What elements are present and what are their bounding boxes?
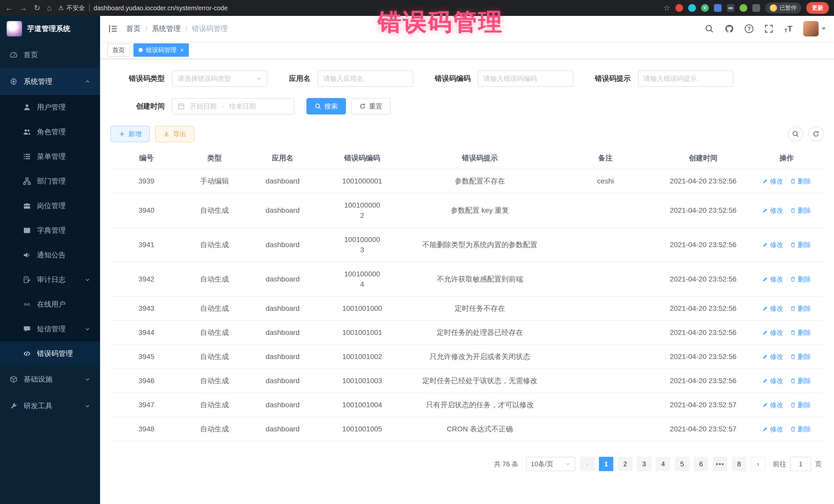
sidebar-submenu-system: 用户管理 角色管理 菜单管理 部门管理 <box>0 95 100 366</box>
edit-link[interactable]: 修改 <box>762 400 783 410</box>
sidebar-item-home[interactable]: 首页 <box>0 42 100 68</box>
breadcrumb-system[interactable]: 系统管理 <box>152 24 181 34</box>
sidebar-item-menus[interactable]: 菜单管理 <box>0 144 100 169</box>
sidebar-item-posts[interactable]: 岗位管理 <box>0 194 100 218</box>
goto-page-input[interactable] <box>790 457 811 471</box>
reset-button[interactable]: 重置 <box>351 98 391 114</box>
page-button-2[interactable]: 2 <box>618 457 632 471</box>
edit-link[interactable]: 修改 <box>762 274 783 284</box>
edit-link[interactable]: 修改 <box>762 176 783 186</box>
paused-badge[interactable]: 已暂停 <box>765 3 801 13</box>
browser-home-icon[interactable]: ⌂ <box>47 4 51 12</box>
page-button-6[interactable]: 6 <box>694 457 708 471</box>
search-button-label: 搜索 <box>324 102 338 111</box>
screen: ← → ↻ ⌂ ⚠ 不安全 dashboard.yudao.iocoder.cn… <box>0 0 834 504</box>
edit-link[interactable]: 修改 <box>762 376 783 386</box>
date-separator: - <box>222 103 224 110</box>
extension-red-icon[interactable] <box>675 4 683 12</box>
search-icon[interactable] <box>705 24 714 34</box>
extensions-puzzle-icon[interactable] <box>752 4 760 12</box>
edit-link[interactable]: 修改 <box>762 327 783 338</box>
error-message-input[interactable] <box>638 70 733 87</box>
delete-link[interactable]: 删除 <box>790 303 811 313</box>
edit-link[interactable]: 修改 <box>762 303 783 313</box>
next-page-button[interactable]: › <box>751 457 765 471</box>
sidebar-item-error-codes[interactable]: 错误码管理 <box>0 341 100 366</box>
page-size-select[interactable]: 10条/页 <box>526 457 575 471</box>
date-start-placeholder: 开始日期 <box>190 102 217 111</box>
delete-link[interactable]: 删除 <box>790 240 811 250</box>
delete-link[interactable]: 删除 <box>790 400 811 410</box>
sidebar-item-departments[interactable]: 部门管理 <box>0 169 100 194</box>
sidebar-logo[interactable]: 芋道管理系统 <box>0 16 100 42</box>
github-icon[interactable] <box>725 24 734 34</box>
tab-error-codes[interactable]: 错误码管理 × <box>133 43 189 57</box>
address-bar[interactable]: ⚠ 不安全 dashboard.yudao.iocoder.cn/system/… <box>58 4 657 12</box>
sidebar-item-audit-log[interactable]: 审计日志 <box>0 267 100 292</box>
browser-back-icon[interactable]: ← <box>5 4 13 12</box>
page-button-4[interactable]: 4 <box>656 457 670 471</box>
edit-link[interactable]: 修改 <box>762 205 783 216</box>
extension-grid-icon[interactable] <box>714 4 722 12</box>
edit-link[interactable]: 修改 <box>762 352 783 362</box>
breadcrumb-home[interactable]: 首页 <box>126 24 140 34</box>
show-search-button[interactable] <box>788 126 803 141</box>
add-button[interactable]: 新增 <box>110 126 150 142</box>
delete-link[interactable]: 删除 <box>790 176 811 186</box>
help-icon[interactable]: ? <box>745 24 753 33</box>
refresh-button[interactable] <box>808 126 824 141</box>
delete-link[interactable]: 删除 <box>790 352 811 362</box>
delete-label: 删除 <box>797 303 811 313</box>
extension-teal-icon[interactable] <box>688 4 696 12</box>
extension-onetab-icon[interactable]: on <box>727 4 734 12</box>
browser-forward-icon[interactable]: → <box>20 4 27 12</box>
export-button[interactable]: 导出 <box>155 126 195 142</box>
sidebar-item-roles[interactable]: 角色管理 <box>0 119 100 144</box>
sidebar-item-users[interactable]: 用户管理 <box>0 95 100 119</box>
browser-update-button[interactable]: 更新 <box>806 2 829 14</box>
sidebar-item-dev-tools[interactable]: 研发工具 <box>0 393 100 419</box>
browser-reload-icon[interactable]: ↻ <box>34 4 40 12</box>
page-button-8[interactable]: 8 <box>732 457 746 471</box>
hamburger-icon[interactable] <box>108 24 118 34</box>
delete-label: 删除 <box>797 376 811 386</box>
date-range-picker[interactable]: 开始日期 - 结束日期 <box>172 98 294 114</box>
error-type-select[interactable]: 请选择错误码类型 <box>172 70 267 87</box>
cell-remark <box>554 350 657 364</box>
sidebar-item-infrastructure[interactable]: 基础设施 <box>0 366 100 393</box>
error-code-input[interactable] <box>478 70 573 87</box>
sidebar-item-notices[interactable]: 通知公告 <box>0 243 100 267</box>
fullscreen-icon[interactable] <box>764 24 773 34</box>
font-size-icon[interactable]: TT <box>784 24 792 34</box>
extension-green-icon[interactable] <box>740 4 747 12</box>
edit-label: 修改 <box>770 400 783 410</box>
cell-message: CRON 表达式不正确 <box>406 417 554 441</box>
app-name-input[interactable] <box>318 70 413 87</box>
bookmark-star-icon[interactable]: ☆ <box>663 4 670 12</box>
code-icon <box>23 350 31 357</box>
sidebar-item-sms[interactable]: 短信管理 <box>0 317 100 341</box>
sidebar-item-dictionary[interactable]: 字典管理 <box>0 218 100 243</box>
vue-devtools-icon[interactable]: V <box>701 4 709 12</box>
sidebar-item-online-users[interactable]: 在线用户 <box>0 292 100 317</box>
edit-link[interactable]: 修改 <box>762 424 783 434</box>
delete-link[interactable]: 删除 <box>790 327 811 338</box>
sidebar-item-system[interactable]: 系统管理 <box>0 68 100 95</box>
url-text[interactable]: dashboard.yudao.iocoder.cn/system/error-… <box>94 4 228 12</box>
page-button-3[interactable]: 3 <box>637 457 651 471</box>
edit-link[interactable]: 修改 <box>762 240 783 250</box>
more-pages-button[interactable]: ••• <box>713 457 727 471</box>
user-menu[interactable] <box>803 21 826 37</box>
delete-link[interactable]: 删除 <box>790 424 811 434</box>
page-button-5[interactable]: 5 <box>675 457 689 471</box>
search-button[interactable]: 搜索 <box>306 98 346 114</box>
delete-link[interactable]: 删除 <box>790 205 811 216</box>
delete-link[interactable]: 删除 <box>790 376 811 386</box>
cell-message: 参数配置 key 重复 <box>406 199 554 222</box>
delete-link[interactable]: 删除 <box>790 274 811 284</box>
tab-home[interactable]: 首页 <box>107 43 130 57</box>
close-icon[interactable]: × <box>180 47 184 53</box>
prev-page-button[interactable]: ‹ <box>580 457 594 471</box>
security-warning[interactable]: ⚠ 不安全 <box>58 4 85 12</box>
page-button-1[interactable]: 1 <box>599 457 613 471</box>
